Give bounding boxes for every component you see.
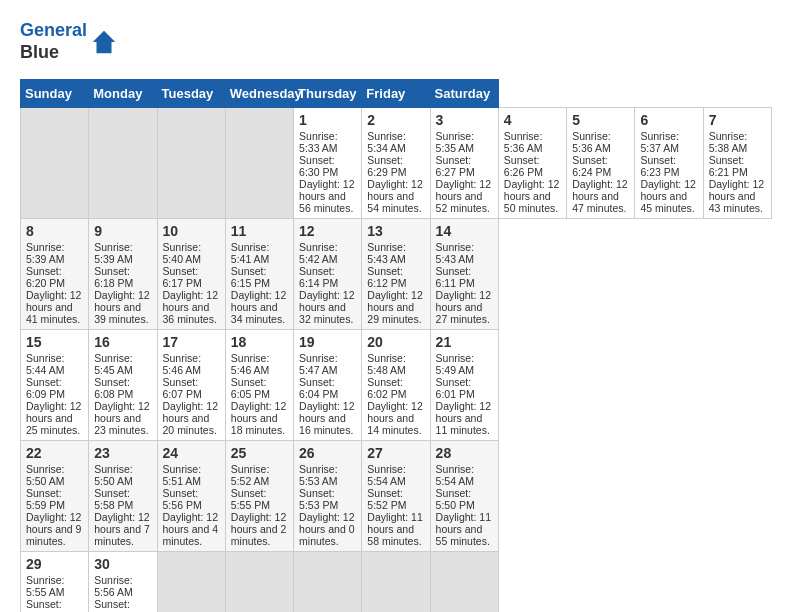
sunrise: Sunrise: 5:55 AM (26, 574, 65, 598)
calendar-cell (225, 108, 293, 219)
daylight: Daylight: 12 hours and 47 minutes. (572, 178, 627, 214)
calendar-cell: 7Sunrise: 5:38 AMSunset: 6:21 PMDaylight… (703, 108, 771, 219)
daylight: Daylight: 11 hours and 58 minutes. (367, 511, 422, 547)
calendar-header-row: SundayMondayTuesdayWednesdayThursdayFrid… (21, 80, 772, 108)
sunrise: Sunrise: 5:43 AM (436, 241, 475, 265)
daylight: Daylight: 12 hours and 23 minutes. (94, 400, 149, 436)
sunrise: Sunrise: 5:54 AM (436, 463, 475, 487)
daylight: Daylight: 12 hours and 11 minutes. (436, 400, 491, 436)
day-number: 17 (163, 334, 220, 350)
header-wednesday: Wednesday (225, 80, 293, 108)
sunset: Sunset: 6:09 PM (26, 376, 65, 400)
header-monday: Monday (89, 80, 157, 108)
day-number: 3 (436, 112, 493, 128)
calendar-cell: 30Sunrise: 5:56 AMSunset: 5:47 PMDayligh… (89, 552, 157, 612)
sunset: Sunset: 5:53 PM (299, 487, 338, 511)
sunset: Sunset: 6:01 PM (436, 376, 475, 400)
daylight: Daylight: 12 hours and 9 minutes. (26, 511, 81, 547)
sunset: Sunset: 6:15 PM (231, 265, 270, 289)
day-number: 28 (436, 445, 493, 461)
sunset: Sunset: 5:58 PM (94, 487, 133, 511)
day-number: 12 (299, 223, 356, 239)
sunrise: Sunrise: 5:35 AM (436, 130, 475, 154)
sunrise: Sunrise: 5:43 AM (367, 241, 406, 265)
daylight: Daylight: 11 hours and 55 minutes. (436, 511, 491, 547)
sunset: Sunset: 6:18 PM (94, 265, 133, 289)
day-number: 30 (94, 556, 151, 572)
sunrise: Sunrise: 5:52 AM (231, 463, 270, 487)
sunrise: Sunrise: 5:33 AM (299, 130, 338, 154)
sunset: Sunset: 5:47 PM (94, 598, 133, 612)
calendar-cell: 4Sunrise: 5:36 AMSunset: 6:26 PMDaylight… (498, 108, 566, 219)
sunrise: Sunrise: 5:50 AM (26, 463, 65, 487)
sunset: Sunset: 5:50 PM (436, 487, 475, 511)
day-number: 13 (367, 223, 424, 239)
day-number: 29 (26, 556, 83, 572)
calendar-cell: 29Sunrise: 5:55 AMSunset: 5:49 PMDayligh… (21, 552, 89, 612)
sunrise: Sunrise: 5:37 AM (640, 130, 679, 154)
sunset: Sunset: 6:27 PM (436, 154, 475, 178)
daylight: Daylight: 12 hours and 16 minutes. (299, 400, 354, 436)
daylight: Daylight: 12 hours and 43 minutes. (709, 178, 764, 214)
daylight: Daylight: 12 hours and 39 minutes. (94, 289, 149, 325)
calendar-cell: 20Sunrise: 5:48 AMSunset: 6:02 PMDayligh… (362, 330, 430, 441)
daylight: Daylight: 12 hours and 7 minutes. (94, 511, 149, 547)
day-number: 24 (163, 445, 220, 461)
sunset: Sunset: 5:56 PM (163, 487, 202, 511)
day-number: 26 (299, 445, 356, 461)
logo: GeneralBlue (20, 20, 119, 63)
page-header: GeneralBlue (20, 20, 772, 63)
sunrise: Sunrise: 5:54 AM (367, 463, 406, 487)
sunrise: Sunrise: 5:46 AM (163, 352, 202, 376)
calendar-cell: 17Sunrise: 5:46 AMSunset: 6:07 PMDayligh… (157, 330, 225, 441)
calendar-cell (362, 552, 430, 612)
day-number: 21 (436, 334, 493, 350)
calendar-cell: 1Sunrise: 5:33 AMSunset: 6:30 PMDaylight… (294, 108, 362, 219)
sunset: Sunset: 6:21 PM (709, 154, 748, 178)
calendar-cell: 14Sunrise: 5:43 AMSunset: 6:11 PMDayligh… (430, 219, 498, 330)
day-number: 8 (26, 223, 83, 239)
day-number: 20 (367, 334, 424, 350)
sunrise: Sunrise: 5:42 AM (299, 241, 338, 265)
day-number: 10 (163, 223, 220, 239)
header-saturday: Saturday (430, 80, 498, 108)
sunset: Sunset: 6:12 PM (367, 265, 406, 289)
daylight: Daylight: 12 hours and 54 minutes. (367, 178, 422, 214)
day-number: 7 (709, 112, 766, 128)
daylight: Daylight: 12 hours and 18 minutes. (231, 400, 286, 436)
calendar-cell: 11Sunrise: 5:41 AMSunset: 6:15 PMDayligh… (225, 219, 293, 330)
sunset: Sunset: 6:02 PM (367, 376, 406, 400)
daylight: Daylight: 12 hours and 34 minutes. (231, 289, 286, 325)
calendar-week-row: 15Sunrise: 5:44 AMSunset: 6:09 PMDayligh… (21, 330, 772, 441)
day-number: 6 (640, 112, 697, 128)
sunset: Sunset: 6:20 PM (26, 265, 65, 289)
calendar-cell: 18Sunrise: 5:46 AMSunset: 6:05 PMDayligh… (225, 330, 293, 441)
calendar-cell: 9Sunrise: 5:39 AMSunset: 6:18 PMDaylight… (89, 219, 157, 330)
calendar-cell: 2Sunrise: 5:34 AMSunset: 6:29 PMDaylight… (362, 108, 430, 219)
day-number: 4 (504, 112, 561, 128)
daylight: Daylight: 12 hours and 36 minutes. (163, 289, 218, 325)
sunrise: Sunrise: 5:44 AM (26, 352, 65, 376)
day-number: 22 (26, 445, 83, 461)
daylight: Daylight: 12 hours and 29 minutes. (367, 289, 422, 325)
calendar-cell: 24Sunrise: 5:51 AMSunset: 5:56 PMDayligh… (157, 441, 225, 552)
calendar-cell: 10Sunrise: 5:40 AMSunset: 6:17 PMDayligh… (157, 219, 225, 330)
logo-text: GeneralBlue (20, 20, 87, 63)
calendar-cell (430, 552, 498, 612)
day-number: 27 (367, 445, 424, 461)
calendar-cell: 28Sunrise: 5:54 AMSunset: 5:50 PMDayligh… (430, 441, 498, 552)
calendar-cell: 23Sunrise: 5:50 AMSunset: 5:58 PMDayligh… (89, 441, 157, 552)
sunrise: Sunrise: 5:40 AM (163, 241, 202, 265)
day-number: 5 (572, 112, 629, 128)
calendar-cell: 21Sunrise: 5:49 AMSunset: 6:01 PMDayligh… (430, 330, 498, 441)
calendar-cell: 12Sunrise: 5:42 AMSunset: 6:14 PMDayligh… (294, 219, 362, 330)
calendar-week-row: 29Sunrise: 5:55 AMSunset: 5:49 PMDayligh… (21, 552, 772, 612)
header-tuesday: Tuesday (157, 80, 225, 108)
sunrise: Sunrise: 5:41 AM (231, 241, 270, 265)
daylight: Daylight: 12 hours and 27 minutes. (436, 289, 491, 325)
sunrise: Sunrise: 5:51 AM (163, 463, 202, 487)
calendar-cell: 8Sunrise: 5:39 AMSunset: 6:20 PMDaylight… (21, 219, 89, 330)
sunset: Sunset: 5:59 PM (26, 487, 65, 511)
sunset: Sunset: 6:05 PM (231, 376, 270, 400)
daylight: Daylight: 12 hours and 20 minutes. (163, 400, 218, 436)
